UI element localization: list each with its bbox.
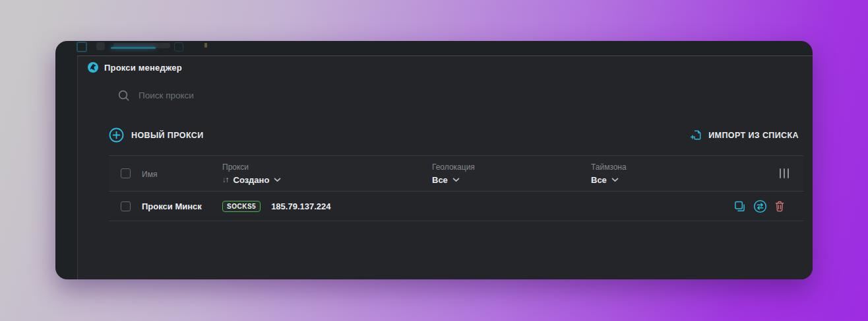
new-proxy-button[interactable]: НОВЫЙ ПРОКСИ: [109, 127, 204, 143]
tab-icon-remnant: [96, 42, 105, 50]
header-proxy-cell: Прокси ↓↑ Создано: [222, 162, 432, 185]
app-window: Прокси менеджер НОВЫЙ ПРОКСИ: [55, 41, 813, 279]
select-all-checkbox[interactable]: [121, 168, 131, 178]
row-name-cell: Прокси Минск: [142, 200, 222, 212]
timezone-filter-dropdown[interactable]: Все: [591, 175, 780, 185]
swap-arrows-icon: [753, 199, 767, 213]
plus-circle-icon: [109, 127, 124, 143]
copy-proxy-button[interactable]: [733, 200, 746, 213]
browser-tabstrip-cutoff: [55, 41, 813, 55]
columns-settings-icon[interactable]: [780, 168, 789, 178]
active-tab-underline: [111, 47, 156, 49]
search-icon: [117, 89, 130, 102]
geolocation-filter-dropdown[interactable]: Все: [432, 175, 591, 185]
sort-by-created-control[interactable]: ↓↑ Создано: [222, 175, 432, 185]
search-input[interactable]: [139, 90, 422, 100]
column-header-geolocation: Геолокация: [432, 162, 591, 172]
proxy-table: Имя Прокси ↓↑ Создано Геолокаци: [109, 155, 803, 221]
import-from-list-label: ИМПОРТ ИЗ СПИСКА: [708, 131, 799, 140]
row-proxy-cell: SOCKS5 185.79.137.224: [222, 201, 432, 212]
toolbar: НОВЫЙ ПРОКСИ ИМПОРТ ИЗ СПИСКА: [109, 127, 799, 143]
proxy-name: Прокси Минск: [142, 201, 202, 211]
page-title: Прокси менеджер: [104, 63, 182, 73]
row-actions: [733, 199, 803, 213]
tab-icon-remnant: [174, 42, 183, 52]
check-proxy-button[interactable]: [753, 199, 767, 213]
header-name-cell: Имя: [142, 168, 222, 180]
header-columns-settings-cell: [780, 168, 803, 178]
delete-proxy-button[interactable]: [774, 200, 785, 212]
panel-header: Прокси менеджер: [88, 62, 182, 73]
import-from-list-button[interactable]: ИМПОРТ ИЗ СПИСКА: [690, 129, 799, 141]
proxy-address: 185.79.137.224: [271, 201, 330, 211]
chevron-down-icon: [274, 178, 281, 182]
column-header-timezone: Таймзона: [591, 162, 780, 172]
protocol-badge: SOCKS5: [222, 201, 261, 212]
column-header-proxy: Прокси: [222, 162, 432, 172]
geolocation-filter-value: Все: [432, 175, 448, 185]
import-file-icon: [690, 129, 702, 141]
sort-arrows-icon: ↓↑: [222, 176, 229, 184]
proxy-manager-panel: Прокси менеджер НОВЫЙ ПРОКСИ: [77, 55, 813, 279]
row-checkbox-cell: [109, 201, 142, 211]
header-geolocation-cell: Геолокация Все: [432, 162, 591, 185]
search-bar: [117, 89, 422, 102]
tab-icon-remnant: [77, 42, 87, 52]
timezone-filter-value: Все: [591, 175, 607, 185]
chevron-down-icon: [611, 178, 619, 182]
row-checkbox[interactable]: [121, 201, 131, 211]
header-checkbox-cell: [109, 168, 142, 178]
header-timezone-cell: Таймзона Все: [591, 162, 780, 185]
table-header-row: Имя Прокси ↓↑ Создано Геолокаци: [109, 155, 803, 192]
desktop-background: Прокси менеджер НОВЫЙ ПРОКСИ: [0, 0, 868, 321]
sort-by-created-label: Создано: [233, 175, 270, 185]
table-row: Прокси Минск SOCKS5 185.79.137.224: [109, 192, 803, 221]
proxy-manager-logo-icon: [88, 62, 98, 73]
copy-icon: [733, 200, 746, 213]
column-header-name: Имя: [142, 170, 157, 179]
chevron-down-icon: [452, 178, 460, 182]
tab-icon-remnant: [204, 43, 207, 48]
trash-icon: [774, 200, 785, 212]
new-proxy-label: НОВЫЙ ПРОКСИ: [131, 131, 204, 140]
